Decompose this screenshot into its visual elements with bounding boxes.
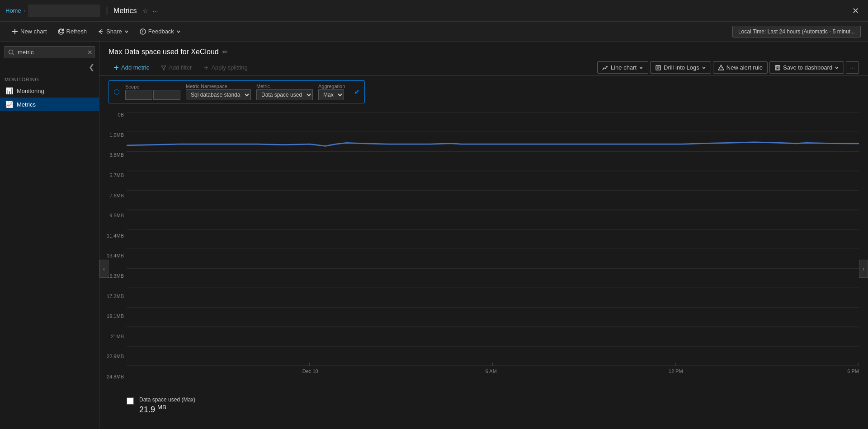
chart-title-bar: Max Data space used for XeCloud ✏ (99, 42, 868, 60)
x-label-6pm: 6 PM (847, 368, 859, 374)
drill-logs-chevron (702, 65, 706, 70)
add-metric-icon (113, 65, 119, 70)
y-axis-label: 0B (101, 112, 124, 117)
sidebar-collapse-button[interactable]: ❮ (89, 63, 94, 71)
sidebar-item-monitoring[interactable]: 📊 Monitoring (0, 84, 99, 98)
feedback-button[interactable]: Feedback (135, 25, 185, 37)
chart-container: 24.8MB22.9MB21MB19.1MB17.2MB15.3MB13.4MB… (99, 108, 868, 429)
metric-confirm-icon[interactable]: ✔ (354, 88, 360, 96)
y-axis-label: 5.7MB (101, 173, 124, 178)
scope-icon: ⬡ (113, 88, 120, 96)
y-axis-label: 3.8MB (101, 153, 124, 158)
time-range-button[interactable]: Local Time: Last 24 hours (Automatic - 5… (732, 26, 861, 37)
more-chart-options-button[interactable]: ··· (846, 61, 859, 74)
scope-sub-input[interactable] (153, 90, 180, 100)
chart-edit-icon[interactable]: ✏ (222, 48, 228, 56)
save-dashboard-chevron (835, 65, 839, 70)
filter-icon (161, 65, 166, 70)
chart-wrapper: ‹ › 24.8MB22.9MB21MB19.1MB17.2MB15.3MB13… (99, 108, 868, 429)
main-layout: ✕ ❮ Monitoring 📊 Monitoring 📈 Metrics Ma… (0, 42, 868, 429)
new-chart-button[interactable]: New chart (7, 25, 52, 37)
breadcrumb-sep: › (24, 8, 26, 14)
line-chart-chevron (639, 65, 643, 70)
aggregation-select[interactable]: Max (318, 89, 344, 100)
legend-name: Data space used (Max) (139, 396, 195, 403)
chart-plot: Dec 10 6 AM 12 PM 6 PM (127, 112, 859, 379)
new-chart-icon (12, 28, 18, 35)
search-input[interactable] (5, 46, 94, 58)
breadcrumb: Home › | Metrics ☆ ··· (5, 5, 158, 17)
drill-logs-button[interactable]: Drill into Logs (650, 61, 711, 74)
drill-logs-icon (655, 65, 661, 71)
namespace-select[interactable]: Sql database standa (186, 89, 251, 100)
sidebar: ✕ ❮ Monitoring 📊 Monitoring 📈 Metrics (0, 42, 99, 429)
save-dashboard-icon (774, 65, 781, 71)
alert-rule-icon (718, 65, 724, 71)
sidebar-search: ✕ (0, 42, 99, 63)
share-icon (98, 28, 104, 35)
refresh-button[interactable]: Refresh (53, 25, 92, 37)
sidebar-section-header: Monitoring (0, 73, 99, 84)
resource-input[interactable] (28, 5, 100, 17)
apply-splitting-button[interactable]: Apply splitting (198, 61, 252, 74)
line-chart-icon (602, 65, 609, 71)
y-axis-label: 11.4MB (101, 233, 124, 238)
scope-label: Scope (125, 84, 180, 89)
y-axis-label: 9.5MB (101, 213, 124, 218)
add-filter-button[interactable]: Add filter (156, 61, 197, 74)
y-axis-label: 19.1MB (101, 314, 124, 319)
content-area: Max Data space used for XeCloud ✏ Add me… (99, 42, 868, 429)
namespace-value: Sql database standa (186, 89, 251, 100)
svg-point-3 (142, 33, 143, 33)
scope-name-input[interactable] (125, 90, 152, 100)
home-link[interactable]: Home (5, 7, 21, 14)
save-dashboard-button[interactable]: Save to dashboard (769, 61, 844, 74)
chart-next-button[interactable]: › (859, 260, 868, 278)
y-axis-label: 13.4MB (101, 253, 124, 258)
svg-marker-9 (161, 66, 166, 70)
line-chart-button[interactable]: Line chart (597, 61, 648, 74)
sidebar-item-monitoring-label: Monitoring (17, 88, 44, 94)
chart-inner: 24.8MB22.9MB21MB19.1MB17.2MB15.3MB13.4MB… (127, 112, 859, 393)
title-sep: | (106, 6, 108, 15)
metric-select[interactable]: Data space used (256, 89, 313, 100)
y-axis: 24.8MB22.9MB21MB19.1MB17.2MB15.3MB13.4MB… (101, 112, 124, 379)
monitoring-icon: 📊 (5, 87, 13, 94)
svg-point-18 (721, 69, 722, 70)
top-bar: Home › | Metrics ☆ ··· ✕ (0, 0, 868, 22)
x-axis: Dec 10 6 AM 12 PM 6 PM (127, 367, 859, 379)
sidebar-item-metrics[interactable]: 📈 Metrics (0, 98, 99, 111)
y-axis-label: 22.9MB (101, 354, 124, 359)
y-axis-label: 1.9MB (101, 133, 124, 138)
share-button[interactable]: Share (93, 25, 133, 37)
chart-prev-button[interactable]: ‹ (99, 260, 108, 278)
aggregation-label: Aggregation (318, 84, 345, 89)
metric-field: Metric Data space used (256, 84, 313, 100)
favorite-icon[interactable]: ☆ (142, 7, 148, 14)
scope-field: Scope (125, 84, 180, 100)
x-label-6am: 6 AM (486, 368, 497, 374)
chart-legend: Data space used (Max) 21.9 MB (99, 393, 868, 418)
x-label-dec10: Dec 10 (302, 368, 318, 374)
page-title: Metrics (113, 7, 137, 15)
metric-label: Metric (256, 84, 313, 89)
close-button[interactable]: ✕ (849, 4, 863, 18)
more-options-icon[interactable]: ··· (153, 7, 158, 14)
data-line (127, 142, 859, 146)
line-chart-svg (127, 112, 859, 366)
y-axis-label: 24.8MB (101, 374, 124, 379)
feedback-chevron-icon (176, 29, 181, 34)
y-axis-label: 17.2MB (101, 294, 124, 299)
new-alert-rule-button[interactable]: New alert rule (713, 61, 768, 74)
splitting-icon (203, 65, 209, 70)
share-chevron-icon (124, 29, 129, 34)
legend-info: Data space used (Max) 21.9 MB (139, 396, 195, 415)
metric-selector-box: ⬡ Scope Metric Namespace Sql database st… (108, 80, 365, 103)
search-clear-button[interactable]: ✕ (87, 49, 93, 56)
chart-title: Max Data space used for XeCloud (108, 48, 219, 56)
x-label-12pm: 12 PM (669, 368, 683, 374)
aggregation-field: Aggregation Max (318, 84, 345, 100)
metrics-icon: 📈 (5, 101, 13, 108)
legend-color-box (127, 397, 134, 405)
add-metric-button[interactable]: Add metric (108, 61, 154, 74)
